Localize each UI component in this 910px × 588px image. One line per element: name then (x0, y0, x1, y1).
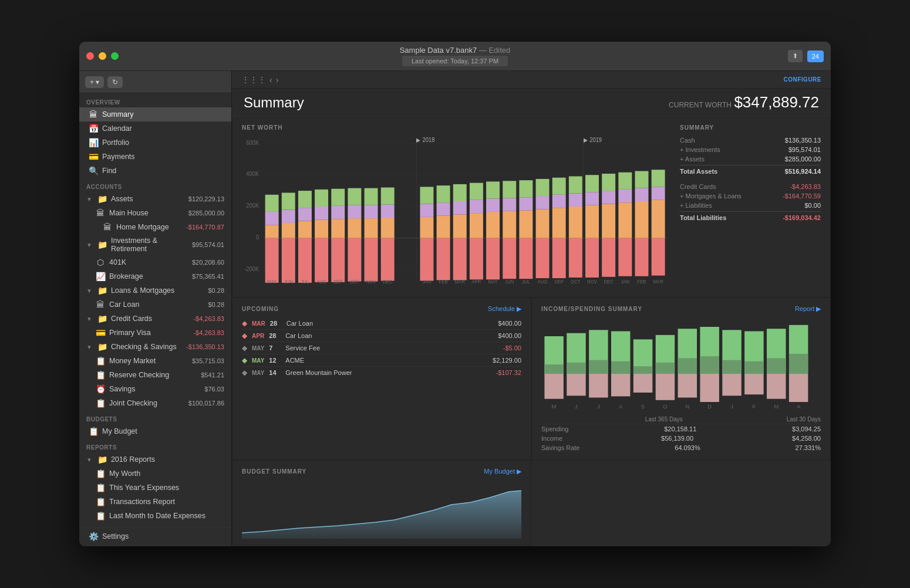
sidebar-loans-label: Loans & Mortgages (111, 286, 204, 295)
income-stats-header: Last 365 Days Last 30 Days (541, 415, 821, 424)
my-budget-link[interactable]: My Budget ▶ (484, 468, 521, 475)
svg-rect-15 (265, 212, 279, 225)
nav-back-button[interactable]: ‹ (269, 75, 272, 85)
sidebar-item-assets[interactable]: ▼ 📁 Assets $120,229.13 (79, 192, 231, 206)
sidebar-my-worth-label: My Worth (109, 469, 224, 478)
sidebar-item-my-budget[interactable]: 📋 My Budget (79, 424, 231, 438)
budgets-section-header: Budgets (79, 410, 231, 424)
share-button[interactable]: ⬆ (788, 50, 803, 62)
report-link[interactable]: Report ▶ (795, 305, 821, 313)
calendar-icon: 📅 (89, 124, 98, 133)
sidebar-item-portfolio[interactable]: 📊 Portfolio (79, 136, 231, 150)
upcoming-month-2: APR (252, 333, 264, 339)
refresh-button[interactable]: ↻ (107, 76, 123, 88)
sidebar-item-calendar[interactable]: 📅 Calendar (79, 121, 231, 136)
sidebar-item-investments[interactable]: ▼ 📁 Investments & Retirement $95,574.01 (79, 234, 231, 255)
sidebar-item-main-house[interactable]: 🏛 Main House $285,000.00 (79, 206, 231, 220)
sidebar-item-2016-reports[interactable]: ▼ 📁 2016 Reports (79, 452, 231, 467)
close-button[interactable] (86, 52, 94, 60)
sidebar-item-checking-savings[interactable]: ▼ 📁 Checking & Savings -$136,350.13 (79, 340, 231, 354)
loans-icon: 📁 (97, 286, 107, 295)
svg-rect-18 (282, 223, 295, 238)
svg-rect-139 (611, 374, 630, 396)
sidebar-item-summary[interactable]: 🏛 Summary (79, 107, 231, 121)
svg-rect-91 (602, 191, 615, 204)
sidebar-item-home-mortgage[interactable]: 🏛 Home Mortgage -$164,770.87 (79, 220, 231, 234)
settings-icon: ⚙️ (89, 532, 98, 541)
svg-rect-104 (652, 170, 665, 187)
titlebar-right: ⬆ 24 (788, 50, 824, 62)
sidebar-item-car-loan[interactable]: 🏛 Car Loan $0.28 (79, 298, 231, 312)
svg-rect-44 (381, 187, 395, 204)
sidebar-investments-value: $95,574.01 (192, 241, 224, 248)
titlebar: Sample Data v7.bank7 — Edited Last opene… (79, 42, 831, 71)
sidebar-item-primary-visa[interactable]: 💳 Primary Visa -$4,263.83 (79, 326, 231, 340)
sidebar-item-this-years-expenses[interactable]: 📋 This Year's Expenses (79, 481, 231, 495)
sidebar-credit-cards-value: -$4,263.83 (193, 315, 224, 322)
income-stats-spending: Spending $20,158.11 $3,094.25 (541, 424, 821, 434)
sidebar-joint-checking-value: $100,017.86 (188, 400, 224, 407)
svg-rect-79 (552, 195, 566, 208)
nav-forward-button[interactable]: › (276, 75, 279, 85)
upcoming-desc-4: ACME (285, 357, 488, 364)
svg-text:SEP: SEP (333, 279, 343, 285)
sidebar-item-my-worth[interactable]: 📋 My Worth (79, 467, 231, 481)
configure-button[interactable]: CONFIGURE (784, 76, 822, 83)
svg-rect-77 (536, 238, 550, 278)
svg-rect-35 (348, 205, 361, 218)
sidebar-item-find[interactable]: 🔍 Find (79, 164, 231, 178)
notification-button[interactable]: 24 (807, 50, 824, 62)
svg-rect-152 (700, 356, 719, 374)
svg-rect-71 (519, 197, 532, 210)
svg-rect-148 (678, 374, 697, 398)
last-opened-label: Last opened: Today, 12:37 PM (402, 56, 508, 66)
sidebar-item-last-month[interactable]: 📋 Last Month to Date Expenses (79, 509, 231, 523)
svg-text:AUG: AUG (316, 279, 326, 285)
filename-label: Sample Data v7.bank7 — Edited (400, 46, 511, 55)
sidebar-item-loans[interactable]: ▼ 📁 Loans & Mortgages $0.28 (79, 283, 231, 298)
upcoming-row-4: ◆ MAY 12 ACME $2,129.00 (242, 354, 521, 367)
svg-rect-62 (486, 212, 500, 238)
sidebar-item-401k[interactable]: ⬡ 401K $20,208.60 (79, 255, 231, 269)
svg-rect-45 (381, 238, 395, 281)
savings-rate-30: 27.331% (796, 444, 821, 451)
svg-rect-87 (585, 192, 599, 205)
svg-rect-61 (470, 238, 483, 280)
sidebar-item-payments[interactable]: 💳 Payments (79, 150, 231, 164)
sidebar-2016-reports-label: 2016 Reports (111, 455, 224, 464)
svg-rect-89 (585, 238, 599, 278)
sidebar-last-month-label: Last Month to Date Expenses (109, 512, 224, 520)
nav-panel-icon: ⋮⋮⋮ (241, 75, 266, 85)
schedule-link[interactable]: Schedule ▶ (488, 305, 521, 313)
svg-rect-31 (331, 206, 345, 219)
income-365: $56,139.00 (661, 435, 693, 442)
sidebar-item-money-market[interactable]: 📋 Money Market $35,715.03 (79, 354, 231, 368)
svg-rect-32 (331, 189, 345, 206)
accounts-section-header: Accounts (79, 178, 231, 192)
income-stats: Last 365 Days Last 30 Days Spending $20,… (541, 415, 821, 452)
svg-text:OCT: OCT (571, 279, 581, 285)
sidebar-item-reserve-checking[interactable]: 📋 Reserve Checking $541.21 (79, 368, 231, 382)
sidebar-item-joint-checking[interactable]: 📋 Joint Checking $100,017.86 (79, 396, 231, 410)
sidebar-item-credit-cards[interactable]: ▼ 📁 Credit Cards -$4,263.83 (79, 312, 231, 326)
svg-rect-33 (331, 238, 345, 282)
sidebar-toolbar: + ▾ ↻ (79, 71, 231, 93)
minimize-button[interactable] (99, 52, 106, 60)
summary-row-investments: + Investments $95,574.01 (680, 145, 821, 154)
sidebar-reserve-checking-value: $541.21 (201, 371, 224, 379)
svg-rect-95 (618, 190, 632, 202)
maximize-button[interactable] (111, 52, 119, 60)
sidebar-item-savings[interactable]: ⏰ Savings $76.03 (79, 382, 231, 396)
sidebar-summary-label: Summary (102, 110, 224, 119)
upcoming-panel: UPCOMING Schedule ▶ ◆ MAR 28 Car Loan $4… (232, 298, 531, 460)
sidebar-item-brokerage[interactable]: 📈 Brokerage $75,365.41 (79, 269, 231, 283)
add-button[interactable]: + ▾ (85, 76, 104, 88)
upcoming-day-2: 28 (269, 332, 281, 339)
payments-icon: 💳 (89, 152, 98, 161)
svg-rect-80 (552, 178, 566, 195)
income-col-365: Last 365 Days (645, 416, 683, 423)
page-title: Summary (244, 94, 304, 111)
sidebar-item-transactions-report[interactable]: 📋 Transactions Report (79, 495, 231, 509)
svg-rect-54 (453, 214, 467, 238)
sidebar-item-settings[interactable]: ⚙️ Settings (79, 528, 231, 543)
